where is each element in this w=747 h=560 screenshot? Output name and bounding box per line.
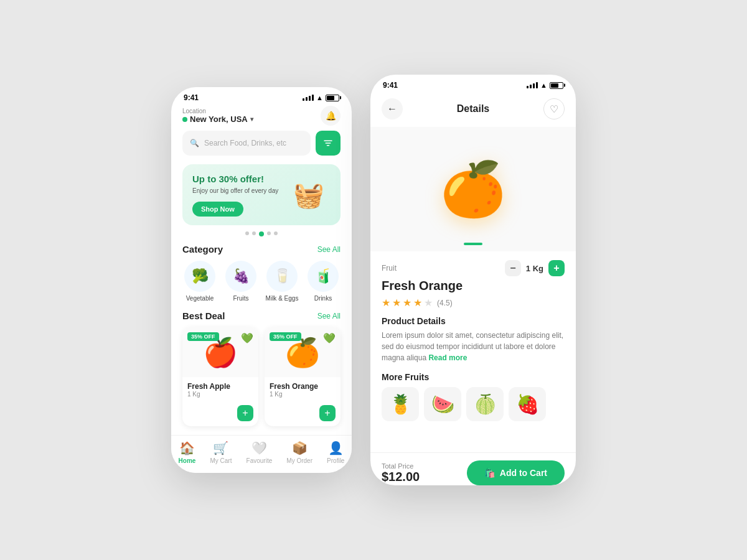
- star-3: ★: [403, 297, 411, 309]
- category-see-all[interactable]: See All: [317, 245, 341, 254]
- right-phone: 9:41 ▲ ← Details ♡ 🍊: [370, 75, 576, 485]
- read-more-link[interactable]: Read more: [428, 353, 467, 362]
- product-category: Fruit: [382, 264, 397, 273]
- dot-5[interactable]: [274, 231, 278, 235]
- product-description: Lorem ipsum dolor sit amet, consectetur …: [382, 330, 565, 363]
- more-fruit-pineapple[interactable]: 🍍: [382, 387, 419, 421]
- nav-home[interactable]: 🏠 Home: [179, 441, 196, 464]
- nav-my-order[interactable]: 📦 My Order: [286, 441, 312, 464]
- time-left: 9:41: [184, 93, 199, 102]
- total-price-section: Total Price $12.00: [382, 462, 420, 484]
- category-drinks[interactable]: 🧃 Drinks: [306, 261, 341, 302]
- product-info: Fruit − 1 Kg + Fresh Orange ★ ★ ★ ★ ★ (4…: [370, 251, 576, 452]
- search-icon: 🔍: [190, 139, 199, 147]
- svg-rect-1: [326, 142, 331, 144]
- apple-info: Fresh Apple 1 Kg: [182, 377, 258, 403]
- orange-name: Fresh Orange: [270, 382, 336, 391]
- time-right: 9:41: [383, 81, 398, 90]
- cart-bottom-bar: Total Price $12.00 🛍️ Add to Cart: [370, 452, 576, 485]
- star-2: ★: [392, 297, 401, 309]
- search-row: 🔍 Search Food, Drinks, etc: [182, 131, 341, 156]
- location-dot-icon: [182, 117, 187, 122]
- right-phone-content: ← Details ♡ 🍊 Fruit − 1 Kg + Fresh Orang…: [370, 93, 576, 485]
- category-drinks-label: Drinks: [314, 295, 332, 302]
- carousel-dots: [182, 231, 341, 236]
- dot-4[interactable]: [267, 231, 271, 235]
- star-5: ★: [424, 297, 433, 309]
- svg-rect-2: [327, 145, 330, 146]
- apple-wishlist-icon[interactable]: 💚: [241, 332, 253, 344]
- category-vegetable[interactable]: 🥦 Vegetable: [182, 261, 217, 302]
- apple-weight: 1 Kg: [187, 391, 253, 398]
- image-indicator: [464, 243, 482, 245]
- favourite-button[interactable]: ♡: [543, 98, 565, 119]
- more-fruits-grid: 🍍 🍉 🍈 🍓: [382, 387, 565, 421]
- nav-cart[interactable]: 🛒 My Cart: [210, 441, 232, 464]
- signal-icon-right: [527, 82, 538, 88]
- location-info: Location New York, USA ▾: [182, 108, 253, 124]
- best-deal-grid: 35% OFF 💚 🍎 Fresh Apple 1 Kg + 35% OFF 💚…: [182, 327, 341, 426]
- vegetable-icon: 🥦: [184, 261, 215, 292]
- quantity-increase-button[interactable]: +: [548, 260, 565, 276]
- orange-badge: 35% OFF: [270, 332, 301, 341]
- deal-card-apple[interactable]: 35% OFF 💚 🍎 Fresh Apple 1 Kg +: [182, 327, 258, 426]
- notification-button[interactable]: 🔔: [321, 106, 341, 126]
- quantity-decrease-button[interactable]: −: [505, 260, 521, 276]
- more-fruit-watermelon[interactable]: 🍉: [424, 387, 461, 421]
- apple-footer: +: [182, 403, 258, 426]
- status-bar-right: 9:41 ▲: [370, 75, 576, 93]
- shop-now-button[interactable]: Shop Now: [192, 202, 243, 217]
- dot-1[interactable]: [245, 231, 249, 235]
- nav-favourite[interactable]: 🤍 Favourite: [247, 441, 273, 464]
- banner-subtitle: Enjoy our big offer of every day: [192, 187, 287, 195]
- wifi-icon: ▲: [316, 94, 323, 101]
- orange-wishlist-icon[interactable]: 💚: [323, 332, 336, 344]
- fruits-icon: 🍇: [225, 261, 256, 292]
- dot-2[interactable]: [252, 231, 256, 235]
- nav-profile-label: Profile: [327, 457, 344, 464]
- best-deal-header: Best Deal See All: [182, 310, 341, 321]
- chevron-down-icon: ▾: [250, 116, 253, 123]
- category-milk-eggs[interactable]: 🥛 Milk & Eggs: [265, 261, 299, 302]
- bottom-navigation: 🏠 Home 🛒 My Cart 🤍 Favourite 📦 My Order …: [171, 435, 352, 473]
- drinks-icon: 🧃: [308, 261, 339, 292]
- heart-icon: 🤍: [251, 441, 267, 455]
- product-meta: Fruit − 1 Kg +: [382, 260, 565, 276]
- category-fruits[interactable]: 🍇 Fruits: [223, 261, 258, 302]
- best-deal-see-all[interactable]: See All: [317, 312, 341, 320]
- battery-icon: [326, 95, 339, 101]
- battery-icon-right: [550, 82, 563, 89]
- orange-add-button[interactable]: +: [319, 405, 336, 421]
- milk-eggs-icon: 🥛: [266, 261, 298, 292]
- orange-info: Fresh Orange 1 Kg: [265, 377, 341, 403]
- banner-text: Up to 30% offer! Enjoy our big offer of …: [192, 174, 287, 217]
- profile-icon: 👤: [328, 441, 344, 455]
- product-details-heading: Product Details: [382, 316, 565, 326]
- dot-3-active[interactable]: [259, 231, 264, 236]
- category-title: Category: [182, 244, 223, 254]
- product-rating: ★ ★ ★ ★ ★ (4.5): [382, 297, 565, 309]
- best-deal-title: Best Deal: [182, 310, 225, 321]
- wifi-icon-right: ▲: [540, 82, 547, 89]
- filter-icon: [322, 138, 334, 149]
- nav-order-label: My Order: [286, 457, 312, 464]
- left-phone-content: Location New York, USA ▾ 🔔 🔍 Search Food…: [171, 106, 352, 472]
- more-fruit-papaya[interactable]: 🍈: [466, 387, 504, 421]
- filter-button[interactable]: [316, 131, 341, 156]
- add-to-cart-button[interactable]: 🛍️ Add to Cart: [467, 460, 565, 485]
- categories-list: 🥦 Vegetable 🍇 Fruits 🥛 Milk & Eggs 🧃 Dri…: [182, 261, 341, 302]
- quantity-value: 1 Kg: [526, 264, 543, 273]
- category-milk-eggs-label: Milk & Eggs: [266, 295, 299, 302]
- more-fruit-strawberry[interactable]: 🍓: [509, 387, 546, 421]
- apple-add-button[interactable]: +: [237, 405, 253, 421]
- order-icon: 📦: [292, 441, 308, 455]
- back-button[interactable]: ←: [382, 98, 403, 119]
- search-input[interactable]: 🔍 Search Food, Drinks, etc: [182, 131, 311, 156]
- location-row: Location New York, USA ▾ 🔔: [182, 106, 341, 126]
- nav-favourite-label: Favourite: [247, 457, 273, 464]
- nav-profile[interactable]: 👤 Profile: [327, 441, 344, 464]
- promo-banner: Up to 30% offer! Enjoy our big offer of …: [182, 164, 341, 225]
- nav-cart-label: My Cart: [210, 457, 232, 464]
- deal-card-orange[interactable]: 35% OFF 💚 🍊 Fresh Orange 1 Kg +: [265, 327, 341, 426]
- orange-footer: +: [265, 403, 341, 426]
